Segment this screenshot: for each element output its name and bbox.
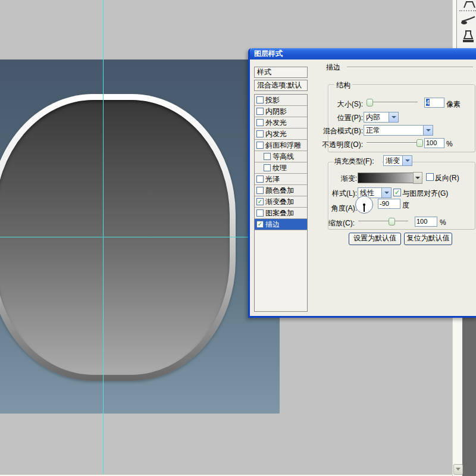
set-default-button[interactable]: 设置为默认值 xyxy=(349,233,401,245)
style-list-item[interactable]: 投影 xyxy=(255,95,307,106)
photoshop-workspace: 图层样式 样式 混合选项:默认 投影 内阴影 外发光 内发光 斜面和浮雕 等高线 xyxy=(0,0,476,476)
style-item-label: 渐变叠加 xyxy=(265,196,294,207)
opacity-unit: % xyxy=(446,140,453,148)
scale-label: 缩放(C): xyxy=(312,218,355,228)
chevron-down-icon xyxy=(423,126,433,135)
scale-input[interactable]: 100 xyxy=(415,217,437,227)
angle-label: 角度(A): xyxy=(320,203,357,214)
reset-default-button[interactable]: 复位为默认值 xyxy=(404,233,452,245)
style-item-checkbox[interactable] xyxy=(256,209,264,217)
angle-dial[interactable] xyxy=(355,196,373,214)
shape-gradient-fill xyxy=(0,100,230,375)
style-list-item[interactable]: 斜面和浮雕 xyxy=(255,140,307,151)
style-list-item[interactable]: 图案叠加 xyxy=(255,208,307,219)
styles-panel: 样式 混合选项:默认 投影 内阴影 外发光 内发光 斜面和浮雕 等高线 纹理 光… xyxy=(254,67,308,312)
brush-tool-icon[interactable] xyxy=(461,14,476,26)
style-item-checkbox[interactable]: ✓ xyxy=(256,221,264,228)
horizontal-guide[interactable] xyxy=(0,237,248,237)
chevron-down-icon xyxy=(389,112,398,122)
gradient-picker-button[interactable] xyxy=(413,172,422,184)
style-item-checkbox[interactable] xyxy=(256,108,264,115)
size-unit: 像素 xyxy=(446,99,461,109)
scrollbar-down-button[interactable] xyxy=(453,464,463,475)
style-item-checkbox[interactable] xyxy=(264,153,271,160)
style-item-label: 图案叠加 xyxy=(265,208,294,218)
fill-type-label: 填充类型(F): xyxy=(334,156,382,167)
chevron-down-icon xyxy=(456,468,461,471)
dialog-titlebar[interactable]: 图层样式 xyxy=(250,48,476,60)
style-item-checkbox[interactable] xyxy=(256,130,264,137)
styles-header: 样式 xyxy=(254,67,308,78)
scale-unit: % xyxy=(440,218,446,227)
section-divider xyxy=(347,67,473,68)
angle-unit: 度 xyxy=(402,201,409,211)
style-item-checkbox[interactable]: ✓ xyxy=(256,198,264,205)
partial-tool-icon[interactable] xyxy=(461,1,476,8)
size-label: 大小(S): xyxy=(320,99,363,109)
style-item-label: 纹理 xyxy=(273,162,287,173)
style-list-item[interactable]: 内阴影 xyxy=(255,106,307,117)
tool-separator xyxy=(459,10,476,11)
tool-palette xyxy=(456,0,476,52)
chevron-down-icon xyxy=(402,156,412,165)
style-item-checkbox[interactable] xyxy=(264,164,271,171)
vertical-guide[interactable] xyxy=(103,0,104,476)
style-list-item[interactable]: 等高线 xyxy=(255,151,307,162)
style-list-item[interactable]: ✓ 描边 xyxy=(255,219,307,230)
chevron-down-icon xyxy=(381,188,391,198)
chevron-down-icon xyxy=(415,177,420,179)
style-item-label: 等高线 xyxy=(273,151,294,162)
align-with-layer-checkbox[interactable]: ✓ xyxy=(393,189,401,196)
structure-group-title: 结构 xyxy=(334,80,352,90)
size-slider[interactable] xyxy=(367,99,418,105)
style-label: 样式(L): xyxy=(320,189,357,199)
style-list-item[interactable]: 光泽 xyxy=(255,174,307,185)
style-item-label: 描边 xyxy=(265,219,280,230)
size-slider-thumb[interactable] xyxy=(367,99,373,107)
style-item-checkbox[interactable] xyxy=(256,96,264,104)
dialog-body: 样式 混合选项:默认 投影 内阴影 外发光 内发光 斜面和浮雕 等高线 纹理 光… xyxy=(250,60,476,314)
fill-type-dropdown[interactable]: 渐变 xyxy=(383,155,412,166)
style-list: 投影 内阴影 外发光 内发光 斜面和浮雕 等高线 纹理 光泽 颜色叠加 ✓ 渐 xyxy=(254,94,308,312)
style-item-label: 内阴影 xyxy=(265,106,287,117)
opacity-slider-thumb[interactable] xyxy=(416,139,423,147)
reverse-label: 反向(R) xyxy=(435,173,459,183)
style-list-item[interactable]: 内发光 xyxy=(255,129,307,140)
style-item-label: 颜色叠加 xyxy=(265,185,294,196)
dialog-title: 图层样式 xyxy=(254,49,283,58)
opacity-label: 不透明度(O): xyxy=(302,140,363,150)
gradient-label: 渐变: xyxy=(326,174,357,184)
size-input[interactable]: 4 xyxy=(424,98,444,108)
gradient-preview[interactable] xyxy=(358,173,414,183)
style-item-checkbox[interactable] xyxy=(256,187,264,194)
stroke-section-title: 描边 xyxy=(326,62,340,73)
style-list-item[interactable]: 纹理 xyxy=(255,162,307,174)
blend-options-item[interactable]: 混合选项:默认 xyxy=(254,80,308,91)
style-item-checkbox[interactable] xyxy=(256,142,264,149)
style-item-label: 内发光 xyxy=(265,129,287,139)
scale-slider[interactable] xyxy=(358,218,408,224)
blend-mode-label: 混合模式(B): xyxy=(302,126,363,136)
position-label: 位置(P): xyxy=(320,113,363,123)
style-item-label: 外发光 xyxy=(265,117,287,128)
style-list-item[interactable]: 外发光 xyxy=(255,117,307,129)
align-with-layer-label: 与图层对齐(G) xyxy=(402,189,448,199)
style-item-label: 光泽 xyxy=(265,174,280,184)
blend-mode-dropdown[interactable]: 正常 xyxy=(364,125,433,136)
opacity-slider[interactable] xyxy=(367,139,421,146)
style-item-label: 投影 xyxy=(265,95,280,105)
opacity-input[interactable]: 100 xyxy=(424,138,444,148)
angle-input[interactable]: -90 xyxy=(378,199,400,209)
clone-stamp-tool-icon[interactable] xyxy=(461,30,476,44)
reverse-checkbox[interactable] xyxy=(426,173,434,181)
style-list-item[interactable]: ✓ 渐变叠加 xyxy=(255,196,307,208)
layer-style-dialog: 图层样式 样式 混合选项:默认 投影 内阴影 外发光 内发光 斜面和浮雕 等高线 xyxy=(248,48,476,318)
position-dropdown[interactable]: 内部 xyxy=(364,112,399,123)
style-item-label: 斜面和浮雕 xyxy=(265,140,301,151)
rounded-square-shape[interactable] xyxy=(0,94,236,381)
style-item-checkbox[interactable] xyxy=(256,119,264,126)
scale-slider-thumb[interactable] xyxy=(389,218,395,226)
style-list-item[interactable]: 颜色叠加 xyxy=(255,185,307,196)
style-item-checkbox[interactable] xyxy=(256,176,264,183)
